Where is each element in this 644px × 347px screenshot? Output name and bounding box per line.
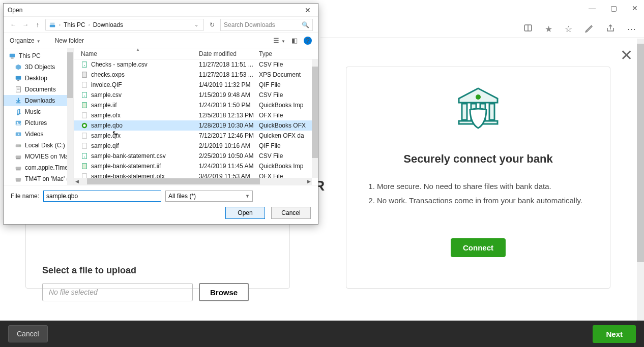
tree-item-com-apple-time[interactable]: com.apple.Time xyxy=(4,162,73,173)
window-close-icon[interactable]: ✕ xyxy=(630,4,640,12)
window-minimize-icon[interactable]: — xyxy=(587,4,597,12)
window-maximize-icon[interactable]: ▢ xyxy=(608,4,619,12)
upload-title: Select a file to upload xyxy=(42,265,273,276)
scroll-left-icon[interactable]: ◀ xyxy=(74,179,80,184)
organize-menu[interactable]: Organize▼ xyxy=(10,37,41,44)
benefit-item-2: No work. Transactions come in from your … xyxy=(377,194,590,207)
view-options-icon[interactable]: ☰ ▼ xyxy=(273,37,285,44)
new-folder-button[interactable]: New folder xyxy=(55,37,84,44)
file-row[interactable]: asample-bank-statement.csv 2/25/2019 10:… xyxy=(74,151,318,161)
file-row[interactable]: sample.qbo 1/28/2019 10:30 AM QuickBooks… xyxy=(74,120,318,131)
breadcrumb-root[interactable]: This PC xyxy=(64,21,85,28)
refresh-icon[interactable]: ↻ xyxy=(207,21,217,28)
footer-cancel-button[interactable]: Cancel xyxy=(8,325,48,342)
page-scrollbar[interactable] xyxy=(637,39,644,321)
reader-mode-icon[interactable] xyxy=(523,23,533,35)
tree-item-label: 3D Objects xyxy=(25,64,55,71)
file-date: 1/28/2019 10:30 AM xyxy=(199,122,256,129)
file-name: sample.qfx xyxy=(91,132,121,139)
close-panel-button[interactable]: ✕ xyxy=(620,46,633,64)
file-row[interactable]: sample.ofx 12/5/2018 12:13 PM OFX File xyxy=(74,110,318,120)
tree-item-3d-objects[interactable]: 3D Objects xyxy=(4,61,73,73)
browse-button[interactable]: Browse xyxy=(199,283,249,301)
svg-rect-23 xyxy=(16,155,21,158)
tree-item-desktop[interactable]: Desktop xyxy=(4,73,73,84)
svg-rect-26 xyxy=(16,170,21,171)
tree-item-documents[interactable]: Documents xyxy=(4,84,73,95)
column-date-header[interactable]: Date modified xyxy=(199,50,256,57)
tree-item-downloads[interactable]: Downloads xyxy=(4,95,73,106)
tree-item-label: MOVIES on 'Mac xyxy=(25,153,72,160)
file-date: 1/24/2019 11:45 AM xyxy=(199,163,256,170)
file-name-input[interactable] xyxy=(43,191,161,202)
dialog-cancel-button[interactable]: Cancel xyxy=(271,207,311,219)
tree-item-this-pc[interactable]: This PC xyxy=(4,50,73,61)
file-name: sample.csv xyxy=(91,91,122,99)
svg-rect-24 xyxy=(16,159,21,160)
file-name: Checks - sample.csv xyxy=(91,61,148,68)
tree-item-label: Pictures xyxy=(25,119,47,127)
breadcrumb-bar[interactable]: › This PC › Downloads ⌄ xyxy=(45,19,204,31)
svg-point-19 xyxy=(17,122,18,123)
favorite-star-outline-icon[interactable]: ☆ xyxy=(565,24,572,35)
file-name: sample-bank-statement.csv xyxy=(91,152,166,160)
file-date: 1/15/2019 9:48 AM xyxy=(199,91,256,99)
file-list: ▲ Name Date modified Type aChecks - samp… xyxy=(74,48,318,185)
list-scroll-thumb-horizontal[interactable] xyxy=(87,178,260,184)
tree-item-label: com.apple.Time xyxy=(25,164,68,171)
file-row[interactable]: sample-bank-statement.iif 1/24/2019 11:4… xyxy=(74,161,318,171)
file-type: QuickBooks OFX xyxy=(256,122,318,129)
share-icon[interactable] xyxy=(606,23,615,35)
svg-rect-11 xyxy=(11,58,13,59)
file-row[interactable]: sample.qif 2/1/2019 10:16 AM QIF File xyxy=(74,141,318,151)
file-date: 2/1/2019 10:16 AM xyxy=(199,142,256,149)
file-date: 2/25/2019 10:50 AM xyxy=(199,152,256,160)
more-icon[interactable]: ⋯ xyxy=(627,24,636,35)
tree-item-movies-on-mac[interactable]: MOVIES on 'Mac xyxy=(4,151,73,162)
file-name: checks.oxps xyxy=(91,71,125,78)
file-row[interactable]: invoice.QIF 1/4/2019 11:32 PM QIF File xyxy=(74,80,318,90)
svg-point-38 xyxy=(83,124,85,127)
svg-rect-40 xyxy=(82,143,87,149)
file-row[interactable]: checks.oxps 11/27/2018 11:53 ... XPS Doc… xyxy=(74,70,318,80)
file-row[interactable]: sample.iif 1/24/2019 1:50 PM QuickBooks … xyxy=(74,100,318,110)
list-scroll-thumb-vertical[interactable] xyxy=(312,67,318,158)
file-row[interactable]: asample.csv 1/15/2019 9:48 AM CSV File xyxy=(74,90,318,100)
nav-back-icon: ← xyxy=(9,20,18,29)
tree-item-tm4t-on-mac-[interactable]: TM4T on 'Mac' ( xyxy=(4,173,73,184)
dialog-toolbar: Organize▼ New folder ☰ ▼ ◧ ? xyxy=(4,33,318,48)
file-date: 12/5/2018 12:13 PM xyxy=(199,112,256,119)
tree-item-videos[interactable]: Videos xyxy=(4,129,73,140)
file-row[interactable]: aChecks - sample.csv 11/27/2018 11:51 ..… xyxy=(74,59,318,70)
breadcrumb-dropdown-icon[interactable]: ⌄ xyxy=(192,22,200,27)
tree-item-label: Videos xyxy=(25,131,43,138)
scroll-right-icon[interactable]: ▶ xyxy=(306,179,312,184)
column-type-header[interactable]: Type xyxy=(256,50,318,57)
dialog-title: Open xyxy=(8,7,22,14)
svg-rect-35 xyxy=(82,103,87,108)
help-icon[interactable]: ? xyxy=(304,37,312,45)
file-type-select[interactable]: All files (*)▼ xyxy=(165,191,253,202)
tree-item-local-disk-c-[interactable]: Local Disk (C:) xyxy=(4,140,73,151)
file-row[interactable]: sample.qfx 7/12/2017 12:46 PM Quicken OF… xyxy=(74,131,318,141)
benefit-item-1: More secure. No need to share files with… xyxy=(377,180,590,193)
dialog-open-button[interactable]: Open xyxy=(225,207,265,219)
svg-rect-43 xyxy=(82,164,87,169)
notes-icon[interactable] xyxy=(584,23,594,35)
connect-button[interactable]: Connect xyxy=(451,238,506,257)
search-field[interactable]: Search Downloads 🔍 xyxy=(220,19,313,31)
preview-pane-icon[interactable]: ◧ xyxy=(291,37,298,44)
list-scrollbar-horizontal[interactable]: ◀ ▶ xyxy=(74,178,312,185)
tree-item-music[interactable]: Music xyxy=(4,106,73,117)
tree-item-label: Downloads xyxy=(25,97,55,104)
footer-next-button[interactable]: Next xyxy=(593,325,636,343)
chevron-right-icon: › xyxy=(59,22,61,27)
tree-item-pictures[interactable]: Pictures xyxy=(4,117,73,129)
nav-up-icon[interactable]: ↑ xyxy=(33,20,42,29)
dialog-titlebar: Open ✕ xyxy=(4,4,318,17)
dialog-close-button[interactable]: ✕ xyxy=(302,6,314,14)
tree-scroll-thumb[interactable] xyxy=(67,52,73,98)
breadcrumb-folder[interactable]: Downloads xyxy=(93,21,123,28)
dialog-nav-bar: ← → ↑ › This PC › Downloads ⌄ ↻ Search D… xyxy=(4,17,318,33)
favorite-star-filled-icon[interactable]: ★ xyxy=(545,24,552,35)
